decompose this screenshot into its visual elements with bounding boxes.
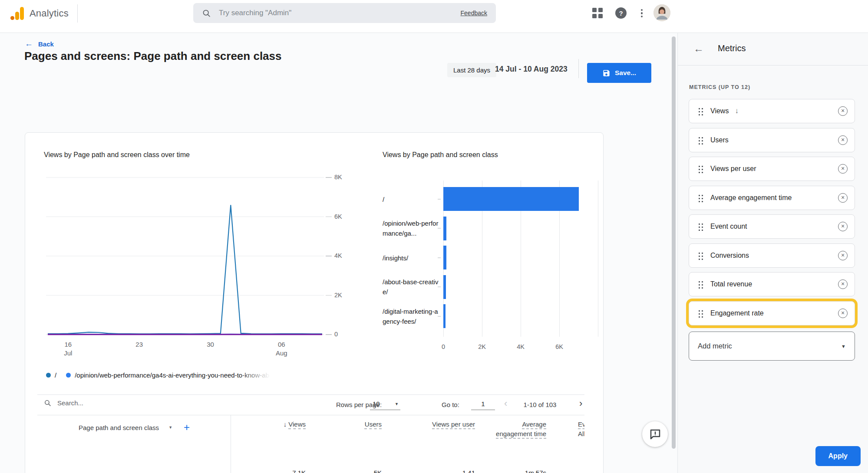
remove-metric-icon[interactable]: × [838, 251, 848, 260]
table-cell-partial: 1m 57s [490, 469, 546, 473]
remove-metric-icon[interactable]: × [838, 135, 848, 145]
remove-metric-icon[interactable]: × [838, 193, 848, 203]
drag-handle-icon[interactable] [698, 107, 703, 115]
metric-chip-label: Users [710, 136, 729, 144]
feedback-fab[interactable] [642, 421, 668, 447]
feedback-link[interactable]: Feedback [461, 10, 487, 16]
toolbar-divider [578, 59, 579, 78]
legend-item[interactable]: / [46, 371, 56, 379]
goto-label: Go to: [442, 401, 459, 408]
feedback-bubble-icon [649, 428, 662, 441]
table-search-input[interactable] [57, 399, 144, 407]
y-axis-label: 0 [334, 331, 353, 338]
pagination-next-icon[interactable]: › [579, 399, 582, 408]
panel-back-arrow-icon[interactable]: ← [693, 43, 704, 55]
pagination-prev-icon[interactable]: ‹ [504, 399, 507, 408]
drag-handle-icon[interactable] [698, 251, 703, 260]
bar-axis-tick [438, 228, 441, 229]
logo-divider [77, 4, 78, 23]
remove-metric-icon[interactable]: × [838, 222, 848, 231]
rows-per-page-caret-icon: ▼ [395, 402, 399, 406]
metric-chip-label: Views per user [710, 165, 756, 173]
line-series-1 [48, 205, 322, 334]
remove-metric-icon[interactable]: × [838, 279, 848, 289]
metric-chip-average-engagement-time[interactable]: Average engagement time× [689, 186, 855, 210]
rows-per-page-select[interactable]: 10 ▼ [370, 398, 400, 410]
help-icon[interactable]: ? [615, 7, 627, 19]
apply-button[interactable]: Apply [815, 446, 861, 466]
table-search-icon [44, 399, 51, 407]
date-range-value[interactable]: 14 Jul - 10 Aug 2023 [495, 65, 568, 74]
column-header-views-per-user[interactable]: Views per user [427, 420, 475, 429]
legend-item[interactable]: /opinion/web-performance/ga4s-ai-everyth… [66, 371, 270, 379]
y-axis-label: 6K [334, 213, 353, 220]
chart-legend: //opinion/web-performance/ga4s-ai-everyt… [46, 369, 347, 381]
legend-dot-icon [46, 373, 51, 378]
bar[interactable] [443, 217, 446, 240]
global-search-input[interactable] [219, 9, 461, 17]
add-dimension-icon[interactable]: + [184, 421, 190, 434]
add-metric-dropdown[interactable]: Add metric ▼ [689, 332, 855, 361]
report-card: Views by Page path and screen class over… [25, 132, 604, 473]
metric-chip-list: Views↓×Users×Views per user×Average enga… [689, 99, 855, 330]
x-axis-label: 06Aug [264, 340, 299, 358]
remove-metric-icon[interactable]: × [838, 106, 848, 116]
more-options-icon[interactable] [638, 8, 645, 19]
dimension-header[interactable]: Page path and screen class ▼ + [79, 421, 190, 434]
y-axis-tick [326, 177, 332, 178]
y-axis-tick [326, 295, 332, 296]
bar-chart [443, 181, 598, 337]
metric-chip-total-revenue[interactable]: Total revenue× [689, 272, 855, 296]
bar-axis-tick [438, 199, 441, 200]
analytics-logo-icon [10, 6, 25, 21]
bar[interactable] [443, 275, 446, 299]
x-axis-label: 30 [193, 340, 228, 349]
add-metric-label: Add metric [698, 342, 732, 350]
remove-metric-icon[interactable]: × [838, 164, 848, 174]
save-button[interactable]: Save... [587, 63, 651, 83]
bar[interactable] [443, 304, 446, 328]
metric-chip-conversions[interactable]: Conversions× [689, 243, 855, 268]
metric-chip-users[interactable]: Users× [689, 128, 855, 152]
column-header-average-engagement-time[interactable]: Average engagement time [494, 420, 546, 439]
drag-handle-icon[interactable] [698, 280, 703, 289]
global-search-bar[interactable]: Feedback [193, 3, 496, 23]
remove-metric-icon[interactable]: × [838, 309, 848, 318]
legend-dot-icon [66, 373, 71, 378]
legend-label: / [55, 371, 56, 379]
metric-chip-engagement-rate[interactable]: Engagement rate× [689, 301, 855, 325]
table-cell-partial: 5K [325, 469, 382, 473]
column-header-views[interactable]: ↓Views [249, 420, 306, 429]
bar-x-axis-label: 6K [546, 343, 572, 350]
bar-gridline [598, 181, 598, 337]
table-search[interactable] [44, 399, 144, 407]
avatar[interactable] [653, 4, 670, 21]
y-axis-tick [326, 256, 332, 256]
apps-grid-icon[interactable] [592, 8, 603, 19]
drag-handle-icon[interactable] [698, 222, 703, 231]
bar[interactable] [443, 246, 446, 269]
bar-axis-tick [438, 257, 441, 258]
metric-chip-views-per-user[interactable]: Views per user× [689, 157, 855, 181]
y-axis-tick [326, 334, 332, 335]
goto-page-input[interactable] [471, 398, 495, 410]
line-chart [46, 174, 324, 335]
main-scrollbar-thumb[interactable] [672, 36, 676, 449]
metric-chip-label: Event count [710, 223, 747, 230]
drag-handle-icon[interactable] [698, 309, 703, 318]
drag-handle-icon[interactable] [698, 164, 703, 173]
column-header-users[interactable]: Users [325, 420, 382, 429]
metric-chip-event-count[interactable]: Event count× [689, 214, 855, 239]
y-axis-label: 4K [334, 252, 353, 259]
bar[interactable] [443, 187, 579, 211]
column-header-event-count[interactable]: Event countAll events [578, 420, 584, 439]
metric-chip-views[interactable]: Views↓× [689, 99, 855, 123]
metrics-panel: ← Metrics METRICS (UP TO 12) Views↓×User… [677, 33, 868, 473]
drag-handle-icon[interactable] [698, 136, 703, 145]
metric-chip-label: Conversions [710, 252, 749, 259]
y-axis-label: 2K [334, 292, 353, 299]
date-preset-badge[interactable]: Last 28 days [447, 63, 496, 77]
back-button[interactable]: ← Back [25, 39, 54, 49]
dimension-caret-icon[interactable]: ▼ [168, 425, 172, 430]
drag-handle-icon[interactable] [698, 194, 703, 202]
